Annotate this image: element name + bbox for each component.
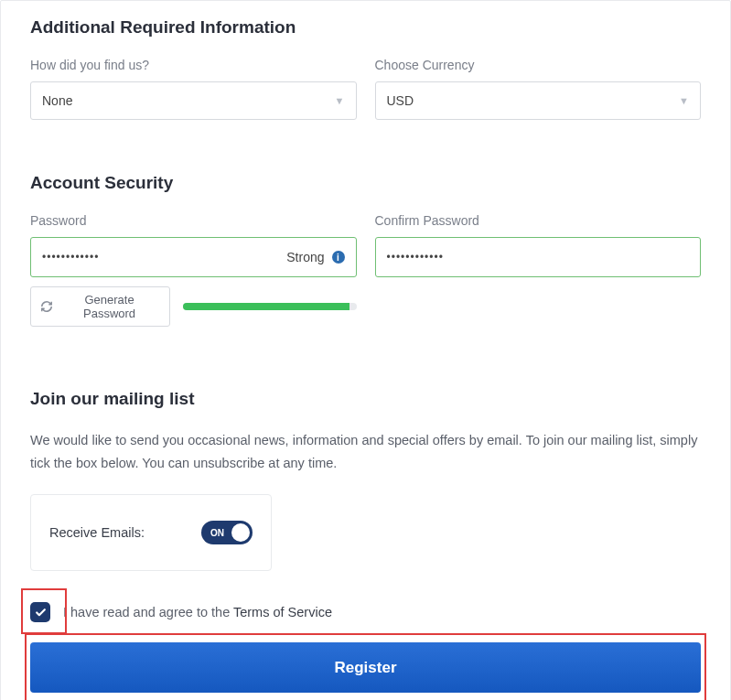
toggle-knob	[231, 523, 250, 542]
receive-emails-toggle[interactable]: ON	[201, 521, 253, 544]
currency-label: Choose Currency	[375, 58, 702, 72]
confirm-password-label: Confirm Password	[375, 213, 702, 228]
receive-emails-label: Receive Emails:	[49, 525, 145, 540]
tos-link[interactable]: Terms of Service	[233, 605, 332, 619]
confirm-password-input[interactable]: ••••••••••••	[375, 237, 702, 277]
mailing-card: Receive Emails: ON	[30, 494, 272, 571]
check-icon	[35, 607, 47, 619]
section-title-mailing: Join our mailing list	[30, 389, 701, 409]
toggle-on-label: ON	[210, 528, 224, 538]
currency-select[interactable]: USD ▼	[375, 81, 702, 120]
confirm-password-value: ••••••••••••	[387, 251, 444, 264]
mailing-description: We would like to send you occasional new…	[30, 429, 701, 474]
how-found-select[interactable]: None ▼	[30, 81, 357, 120]
refresh-icon	[40, 300, 53, 313]
password-label: Password	[30, 213, 357, 228]
password-value: ••••••••••••	[42, 251, 99, 264]
generate-password-button[interactable]: Generate Password	[30, 286, 170, 327]
password-strength-bar	[183, 303, 356, 310]
currency-value: USD	[387, 93, 414, 108]
generate-password-label: Generate Password	[59, 293, 160, 320]
tos-text: I have read and agree to the Terms of Se…	[63, 605, 332, 619]
section-title-security: Account Security	[30, 173, 701, 193]
password-input[interactable]: •••••••••••• Strong i	[30, 237, 357, 277]
register-button[interactable]: Register	[30, 642, 701, 693]
password-strength-label: Strong	[286, 250, 324, 264]
info-icon[interactable]: i	[332, 251, 345, 264]
chevron-down-icon: ▼	[335, 95, 345, 106]
tos-checkbox[interactable]	[30, 602, 50, 622]
how-found-label: How did you find us?	[30, 58, 357, 72]
tos-prefix: I have read and agree to the	[63, 605, 233, 619]
section-title-additional: Additional Required Information	[30, 17, 701, 38]
chevron-down-icon: ▼	[679, 95, 689, 106]
how-found-value: None	[42, 93, 72, 108]
